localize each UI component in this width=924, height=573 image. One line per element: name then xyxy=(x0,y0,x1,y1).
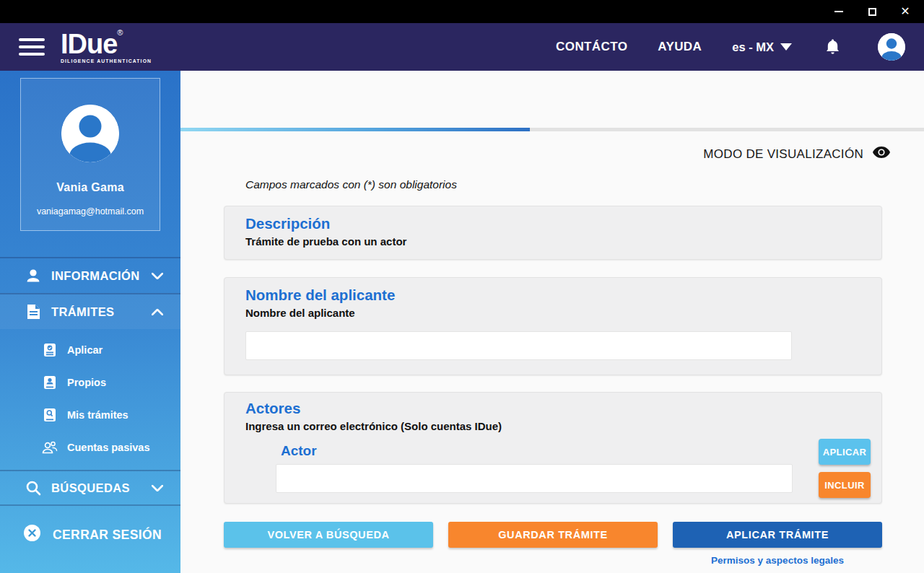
field-label: Nombre del aplicante xyxy=(245,307,867,319)
guardar-tramite-button[interactable]: GUARDAR TRÁMITE xyxy=(448,522,658,548)
actor-buttons: APLICAR INCLUIR xyxy=(819,439,871,498)
sidebar: Vania Gama vaniagamag@hotmail.com INFORM… xyxy=(0,71,180,573)
progress-remainder xyxy=(530,128,924,131)
sidebar-item-label: BÚSQUEDAS xyxy=(51,481,130,495)
aplicar-actor-button[interactable]: APLICAR xyxy=(819,439,871,465)
tramites-submenu: Aplicar Propios Mis trámites xyxy=(0,329,180,470)
document-search-icon xyxy=(42,408,58,422)
notification-bell-icon[interactable] xyxy=(825,38,840,56)
chevron-up-icon xyxy=(152,309,163,315)
nombre-aplicante-input[interactable] xyxy=(245,331,792,360)
submenu-label: Propios xyxy=(67,377,106,388)
logout-label: CERRAR SESIÓN xyxy=(53,528,162,543)
section-actores: Actores Ingresa un correo electrónico (S… xyxy=(224,392,882,504)
sidebar-item-cerrar-sesion[interactable]: CERRAR SESIÓN xyxy=(0,525,180,545)
document-check-icon xyxy=(42,343,58,357)
brand-tagline: DILIGENCE AUTHENTICATION xyxy=(61,59,152,64)
eye-icon[interactable] xyxy=(873,146,890,162)
permisos-legales-link[interactable]: Permisos y aspectos legales xyxy=(673,555,882,566)
app-header: IDue ® DILIGENCE AUTHENTICATION CONTÁCTO… xyxy=(0,23,924,71)
submenu-label: Aplicar xyxy=(67,344,103,356)
document-person-icon xyxy=(42,375,58,390)
sidebar-item-label: TRÁMITES xyxy=(51,305,115,319)
submenu-label: Cuentas pasivas xyxy=(67,442,149,453)
sidebar-menu: INFORMACIÓN TRÁMITES xyxy=(0,257,180,506)
progress-fill xyxy=(180,128,530,131)
window-minimize-button[interactable] xyxy=(833,6,845,17)
sidebar-item-aplicar[interactable]: Aplicar xyxy=(42,339,180,361)
brand-name: IDue xyxy=(61,30,117,58)
sidebar-item-tramites[interactable]: TRÁMITES xyxy=(0,293,180,329)
minimize-icon xyxy=(834,11,843,12)
main-content: MODO DE VISUALIZACIÓN Campos marcados co… xyxy=(180,71,924,573)
registered-mark: ® xyxy=(117,29,123,37)
actions-footer: Permisos y aspectos legales xyxy=(180,555,882,566)
language-value: es - MX xyxy=(732,40,774,54)
actor-email-input[interactable] xyxy=(276,464,793,493)
sidebar-item-informacion[interactable]: INFORMACIÓN xyxy=(0,257,180,293)
chevron-down-icon xyxy=(780,43,792,51)
progress-bar xyxy=(180,128,924,131)
section-text: Trámite de prueba con un actor xyxy=(245,235,867,248)
close-icon: ✕ xyxy=(900,6,910,17)
document-icon xyxy=(25,304,42,320)
section-descripcion: Descripción Trámite de prueba con un act… xyxy=(224,206,882,260)
submenu-label: Mis trámites xyxy=(67,409,128,421)
people-icon xyxy=(42,440,58,455)
chevron-down-icon xyxy=(152,273,163,279)
window-maximize-button[interactable] xyxy=(866,6,878,17)
section-title: Actores xyxy=(245,400,871,417)
incluir-actor-button[interactable]: INCLUIR xyxy=(819,472,871,498)
user-avatar[interactable] xyxy=(878,33,905,61)
section-subtitle: Ingresa un correo electrónico (Solo cuen… xyxy=(245,420,871,432)
section-title: Nombre del aplicante xyxy=(245,286,867,304)
actor-field-label: Actor xyxy=(281,443,871,459)
hamburger-menu-icon[interactable] xyxy=(19,38,45,56)
sidebar-item-propios[interactable]: Propios xyxy=(42,372,180,393)
form-actions: VOLVER A BÚSQUEDA GUARDAR TRÁMITE APLICA… xyxy=(224,522,882,548)
chevron-down-icon xyxy=(152,485,163,491)
volver-busqueda-button[interactable]: VOLVER A BÚSQUEDA xyxy=(224,522,433,548)
aplicar-tramite-button[interactable]: APLICAR TRÁMITE xyxy=(673,522,882,548)
close-circle-icon xyxy=(24,525,40,545)
language-selector[interactable]: es - MX xyxy=(732,40,792,54)
nav-ayuda[interactable]: AYUDA xyxy=(658,40,702,54)
view-mode-label: MODO DE VISUALIZACIÓN xyxy=(703,147,863,162)
profile-avatar xyxy=(61,105,119,162)
sidebar-item-label: INFORMACIÓN xyxy=(51,269,140,283)
profile-name: Vania Gama xyxy=(56,181,124,194)
profile-email: vaniagamag@hotmail.com xyxy=(37,206,144,216)
required-fields-note: Campos marcados con (*) son obligatorios xyxy=(245,178,924,191)
sidebar-item-mis-tramites[interactable]: Mis trámites xyxy=(42,404,180,426)
window-titlebar: ✕ xyxy=(0,0,924,23)
sidebar-item-busquedas[interactable]: BÚSQUEDAS xyxy=(0,470,180,506)
profile-card: Vania Gama vaniagamag@hotmail.com xyxy=(20,78,160,231)
view-mode-row: MODO DE VISUALIZACIÓN xyxy=(180,146,890,162)
sidebar-item-cuentas-pasivas[interactable]: Cuentas pasivas xyxy=(42,437,180,458)
search-icon xyxy=(25,480,42,496)
nav-contacto[interactable]: CONTÁCTO xyxy=(556,40,627,54)
maximize-icon xyxy=(868,8,876,16)
section-title: Descripción xyxy=(245,215,867,232)
window-close-button[interactable]: ✕ xyxy=(899,6,911,17)
brand-logo: IDue ® DILIGENCE AUTHENTICATION xyxy=(61,30,152,64)
person-icon xyxy=(25,268,42,284)
section-nombre-aplicante: Nombre del aplicante Nombre del aplicant… xyxy=(224,277,882,375)
